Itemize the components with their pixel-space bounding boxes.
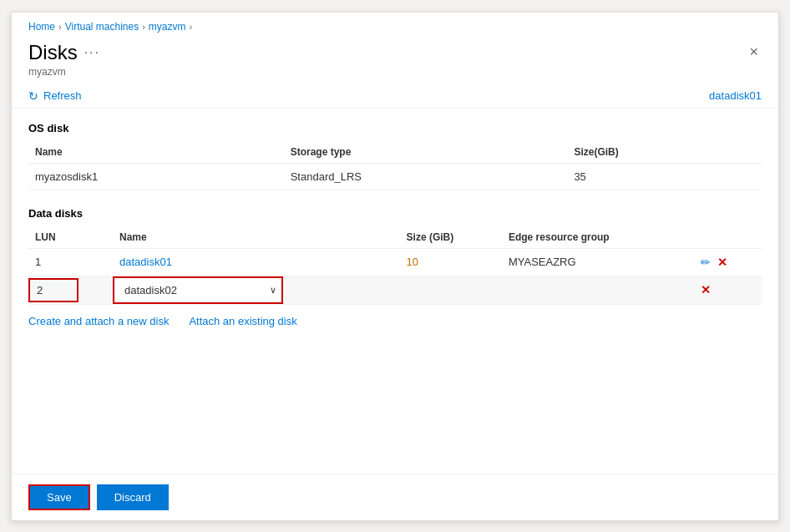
footer: Save Discard	[12, 474, 778, 520]
discard-button[interactable]: Discard	[97, 484, 169, 510]
dd-lun-1: 1	[28, 248, 113, 276]
dd-lun-new: 2	[37, 284, 43, 296]
data-disk-row-1: 1 datadisk01 10 MYASEAZRG ✏ ✕	[28, 248, 762, 276]
dd-name-1[interactable]: datadisk01	[119, 256, 172, 268]
content-area: OS disk Name Storage type Size(GiB) myaz…	[12, 109, 778, 474]
os-col-size: Size(GiB)	[567, 141, 762, 164]
dd-edge-new	[502, 276, 694, 304]
disks-panel: Home › Virtual machines › myazvm › Disks…	[11, 12, 779, 521]
delete-icon-new[interactable]: ✕	[701, 283, 711, 296]
os-disk-size: 35	[567, 163, 762, 190]
sep1: ›	[58, 22, 62, 32]
refresh-button[interactable]: ↻ Refresh	[28, 89, 82, 103]
breadcrumb-virtual-machines[interactable]: Virtual machines	[65, 21, 139, 33]
close-button[interactable]: ×	[746, 41, 762, 63]
sep3: ›	[190, 22, 193, 32]
toolbar: ↻ Refresh datadisk01	[12, 84, 778, 109]
dd-col-name: Name	[113, 226, 400, 249]
attach-existing-link[interactable]: Attach an existing disk	[189, 315, 296, 327]
os-disk-storage-type: Standard_LRS	[284, 163, 568, 190]
sep2: ›	[142, 22, 145, 32]
dd-col-size: Size (GiB)	[400, 226, 502, 249]
os-disk-title: OS disk	[28, 122, 762, 134]
dd-size-1: 10	[400, 248, 502, 276]
dd-col-lun: LUN	[28, 226, 113, 249]
edit-icon-1[interactable]: ✏	[701, 256, 711, 269]
data-disks-title: Data disks	[28, 207, 762, 220]
dd-edge-1: MYASEAZRG	[502, 248, 694, 276]
breadcrumb-home[interactable]: Home	[28, 21, 55, 33]
panel-title-area: Disks ··· myazvm	[28, 41, 100, 78]
dd-actions-new: ✕	[701, 283, 755, 296]
toolbar-left: ↻ Refresh	[28, 89, 82, 103]
os-disk-row: myazosdisk1 Standard_LRS 35	[28, 163, 762, 190]
create-attach-link[interactable]: Create and attach a new disk	[28, 315, 169, 327]
panel-header: Disks ··· myazvm ×	[12, 38, 778, 84]
disk-action-links: Create and attach a new disk Attach an e…	[28, 315, 762, 327]
toolbar-right-link[interactable]: datadisk01	[709, 89, 762, 102]
dropdown-arrow-icon: ∨	[270, 285, 276, 296]
data-disks-section: Data disks LUN Name Size (GiB) Edge reso…	[28, 207, 762, 327]
save-button[interactable]: Save	[28, 484, 90, 510]
delete-icon-1[interactable]: ✕	[717, 256, 727, 269]
os-disk-name: myazosdisk1	[28, 163, 284, 190]
panel-title: Disks ···	[28, 41, 100, 64]
data-disk-new-row: 2 datadisk02 ∨	[28, 276, 762, 304]
dd-col-actions	[694, 226, 762, 249]
dd-size-new	[400, 276, 502, 304]
os-disk-table: Name Storage type Size(GiB) myazosdisk1 …	[28, 141, 762, 190]
dd-name-dropdown[interactable]: datadisk02	[119, 281, 270, 300]
dd-actions-1: ✏ ✕	[701, 256, 755, 269]
os-col-storage: Storage type	[284, 141, 568, 164]
panel-more-options[interactable]: ···	[84, 45, 100, 60]
dd-col-edge: Edge resource group	[502, 226, 694, 249]
breadcrumb-vm-name[interactable]: myazvm	[149, 21, 186, 33]
data-disks-table: LUN Name Size (GiB) Edge resource group …	[28, 226, 762, 305]
breadcrumb: Home › Virtual machines › myazvm ›	[12, 13, 778, 38]
os-col-name: Name	[28, 141, 284, 164]
refresh-label: Refresh	[43, 89, 82, 102]
refresh-icon: ↻	[28, 89, 38, 103]
panel-subtitle: myazvm	[28, 66, 100, 78]
panel-title-text: Disks	[28, 41, 78, 64]
